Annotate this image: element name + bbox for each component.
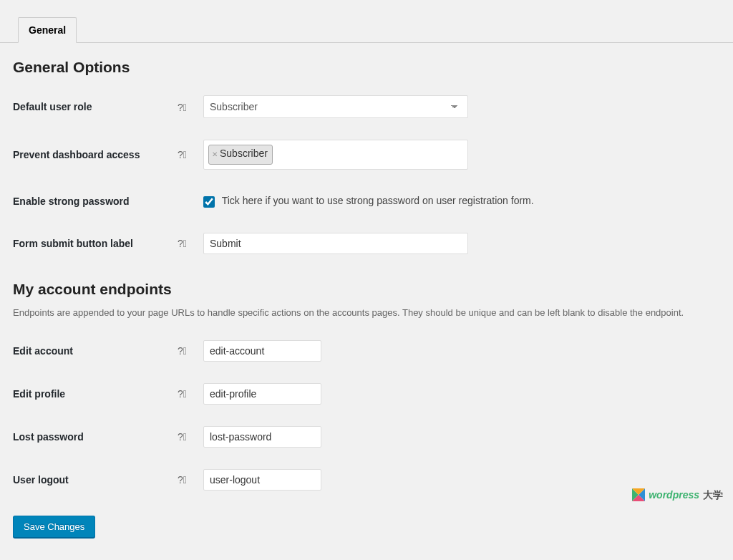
settings-table: Default user role ?⃝ Subscriber Prevent … — [13, 85, 720, 264]
enable-strong-password-checkbox[interactable] — [203, 196, 215, 208]
watermark: wordpress大学 — [632, 488, 723, 501]
help-icon[interactable]: ?⃝ — [178, 101, 189, 114]
label-enable-strong-password: Enable strong password — [13, 180, 170, 222]
role-tag-subscriber[interactable]: ✕Subscriber — [208, 145, 273, 164]
label-default-user-role: Default user role — [13, 85, 170, 129]
label-user-logout: User logout — [13, 458, 170, 501]
section-heading-general-options: General Options — [13, 61, 720, 74]
label-prevent-dashboard-access: Prevent dashboard access — [13, 129, 170, 180]
tab-general[interactable]: General — [18, 17, 77, 43]
help-icon[interactable]: ?⃝ — [178, 344, 189, 357]
endpoints-table: Edit account ?⃝ Edit profile ?⃝ Lost pas… — [13, 329, 720, 501]
help-icon[interactable]: ?⃝ — [178, 430, 189, 443]
help-icon[interactable]: ?⃝ — [178, 148, 189, 161]
section-heading-endpoints: My account endpoints — [13, 283, 720, 296]
form-submit-button-label-input[interactable] — [203, 233, 468, 254]
endpoints-description: Endpoints are appended to your page URLs… — [13, 306, 720, 319]
user-logout-input[interactable] — [203, 469, 321, 491]
save-changes-button[interactable]: Save Changes — [13, 516, 95, 538]
help-icon[interactable]: ?⃝ — [178, 473, 189, 486]
edit-profile-input[interactable] — [203, 383, 321, 405]
tabs: General — [0, 0, 733, 43]
enable-strong-password-desc: Tick here if you want to use strong pass… — [222, 195, 534, 206]
label-lost-password: Lost password — [13, 415, 170, 458]
help-icon[interactable]: ?⃝ — [178, 387, 189, 400]
logo-icon — [632, 488, 645, 501]
settings-page: General General Options Default user rol… — [0, 0, 733, 560]
help-icon[interactable]: ?⃝ — [178, 237, 189, 250]
default-user-role-select[interactable]: Subscriber — [203, 95, 468, 118]
prevent-dashboard-access-field[interactable]: ✕Subscriber — [203, 140, 468, 169]
lost-password-input[interactable] — [203, 426, 321, 448]
label-edit-account: Edit account — [13, 329, 170, 372]
edit-account-input[interactable] — [203, 340, 321, 362]
label-form-submit-button-label: Form submit button label — [13, 222, 170, 265]
close-icon[interactable]: ✕ — [212, 150, 218, 158]
tab-content: General Options Default user role ?⃝ Sub… — [0, 43, 733, 538]
label-edit-profile: Edit profile — [13, 372, 170, 415]
